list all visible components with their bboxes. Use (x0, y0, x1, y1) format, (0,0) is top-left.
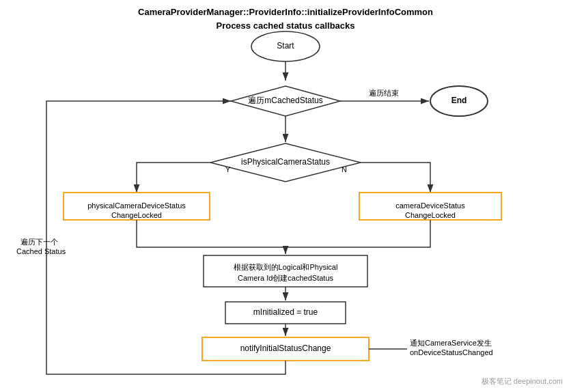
loop-next-label1: 遍历下一个 (20, 238, 58, 246)
loop-end-label: 遍历结束 (369, 89, 399, 97)
y-label: Y (225, 165, 231, 173)
mInitialized-node: mInitialized = true (253, 307, 318, 317)
physical-box: physicalCameraDeviceStatus (87, 201, 186, 210)
svg-rect-10 (204, 255, 367, 287)
n-label: N (342, 165, 347, 173)
notify-label1: 通知CameraService发生 (410, 339, 492, 347)
watermark: 极客笔记 deepinout.com (482, 376, 563, 387)
physical-box2: ChangeLocked (111, 211, 162, 219)
loop-mCached-node: 遍历mCachedStatus (248, 96, 322, 105)
camera-box: cameraDeviceStatus (395, 201, 465, 210)
loop-next-label2: Cached Status (16, 247, 66, 255)
camera-box2: ChangeLocked (405, 211, 456, 219)
end-node: End (451, 96, 467, 105)
create-cached-node2: Camera Id创建cachedStatus (238, 274, 334, 282)
isPhysical-node: isPhysicalCameraStatus (241, 157, 330, 167)
create-cached-node: 根据获取到的Logical和Physical (234, 263, 338, 271)
diagram-container: CameraProviderManager::ProviderInfo::ini… (0, 0, 571, 392)
start-node: Start (277, 41, 294, 51)
notify-label2: onDeviceStatusChanged (410, 348, 493, 356)
notify-node: notifyInitialStatusChange (240, 344, 331, 353)
